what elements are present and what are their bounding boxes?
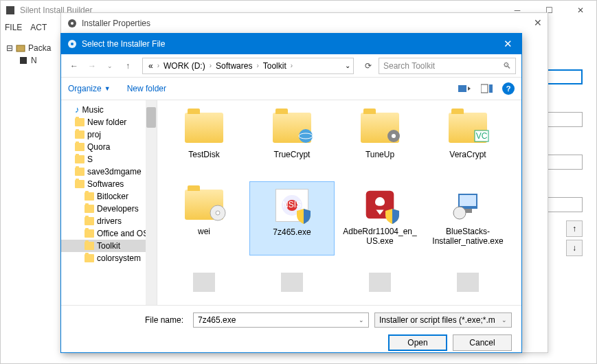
scrollbar[interactable] (146, 100, 157, 305)
search-input[interactable]: Search Toolkit 🔍︎ (379, 58, 516, 74)
svg-text:NSIS: NSIS (282, 200, 302, 209)
sidebar-item-toolkit[interactable]: Toolkit (61, 240, 157, 252)
breadcrumb[interactable]: « › WORK (D:) › Softwares › Toolkit › ⌄ (142, 58, 354, 74)
scroll-thumb[interactable] (146, 107, 156, 128)
exe-icon (363, 265, 396, 298)
sidebar-item-label: drivers (97, 216, 122, 226)
sidebar-item-music[interactable]: ♪Music (61, 103, 157, 116)
file-item[interactable] (249, 258, 335, 305)
sidebar-item-drivers[interactable]: drivers (61, 215, 157, 227)
breadcrumb-seg[interactable]: WORK (D:) (161, 61, 208, 71)
folder-icon (75, 118, 85, 126)
dialog-close-button[interactable]: ✕ (498, 36, 517, 52)
move-down-button[interactable]: ↓ (566, 240, 583, 256)
sidebar-item-proj[interactable]: proj (61, 128, 157, 141)
sidebar-item-label: proj (87, 130, 101, 139)
sidebar-item-label: save3dmgame (87, 167, 142, 177)
file-item[interactable] (425, 258, 510, 305)
file-list[interactable]: TestDiskTrueCryptTuneUpVCVeraCryptweiNSI… (157, 100, 521, 305)
sidebar-item-s[interactable]: S (61, 153, 157, 166)
chevron-right-icon: › (157, 62, 159, 69)
file-type-filter[interactable]: Installer or script files (*.exe;*.m ⌄ (374, 312, 512, 328)
gear-icon (67, 18, 78, 29)
sidebar-item-softwares[interactable]: Softwares (61, 178, 157, 190)
dialog-titlebar: Select the Installer File ✕ (61, 34, 521, 54)
up-button[interactable]: ↑ (120, 58, 135, 73)
sidebar-item-label: Toolkit (97, 241, 120, 251)
organize-menu[interactable]: Organize ▼ (68, 84, 111, 93)
file-item[interactable]: AdbeRdr11004_en_US.exe (337, 181, 423, 255)
file-item[interactable] (161, 258, 247, 305)
file-label: VeraCrypt (449, 150, 486, 159)
folder-icon (361, 113, 399, 143)
sidebar-item-colorsystem[interactable]: colorsystem (61, 252, 157, 264)
menu-actions[interactable]: ACT (30, 23, 47, 32)
file-item[interactable]: VCVeraCrypt (425, 104, 510, 179)
file-item[interactable]: wei (161, 181, 247, 255)
sidebar-item-developers[interactable]: Developers (61, 203, 157, 215)
sidebar-item-label: Bitlocker (97, 192, 128, 201)
gear-icon (67, 38, 78, 49)
recent-dropdown[interactable]: ⌄ (102, 58, 117, 73)
file-item[interactable]: TuneUp (337, 104, 423, 179)
props-close-icon[interactable]: ✕ (534, 17, 542, 28)
view-mode-button[interactable] (458, 82, 472, 95)
props-titlebar: Installer Properties ✕ (61, 13, 548, 34)
exe-icon (451, 265, 484, 298)
exe-icon (275, 265, 308, 298)
sidebar-item-save3dmgame[interactable]: save3dmgame (61, 166, 157, 178)
sidebar-item-bitlocker[interactable]: Bitlocker (61, 190, 157, 203)
sidebar-item-new-folder[interactable]: New folder (61, 116, 157, 128)
folder-icon: VC (449, 113, 487, 143)
close-button[interactable]: ✕ (565, 1, 596, 20)
file-item[interactable]: TrueCrypt (249, 104, 335, 179)
sidebar-item-label: S (87, 155, 93, 164)
back-button[interactable]: ← (67, 58, 82, 73)
bluestacks-icon (451, 188, 484, 221)
svg-rect-0 (6, 6, 14, 14)
file-label: TuneUp (365, 150, 394, 159)
preview-pane-button[interactable] (480, 82, 494, 95)
cancel-button[interactable]: Cancel (453, 334, 512, 351)
new-folder-button[interactable]: New folder (127, 84, 166, 93)
folder-icon (185, 113, 223, 143)
breadcrumb-seg[interactable]: Toolkit (260, 61, 289, 71)
props-title: Installer Properties (82, 19, 150, 28)
file-item[interactable]: BlueStacks-Installer_native.exe (425, 181, 510, 255)
music-icon: ♪ (75, 104, 80, 115)
sidebar-item-label: Quora (87, 142, 110, 152)
chevron-down-icon[interactable]: ⌄ (359, 317, 364, 323)
svg-rect-26 (193, 273, 215, 292)
file-item[interactable] (337, 258, 423, 305)
tree-package[interactable]: ⊟Packa (6, 42, 61, 54)
help-button[interactable]: ? (502, 82, 515, 95)
forward-button[interactable]: → (85, 58, 100, 73)
breadcrumb-seg[interactable]: Softwares (213, 61, 255, 71)
filename-input[interactable]: 7z465.exe ⌄ (193, 312, 369, 328)
adobe-icon (363, 188, 396, 221)
file-item[interactable]: TestDisk (161, 104, 247, 179)
svg-point-10 (299, 129, 313, 143)
open-button[interactable]: Open (388, 334, 447, 351)
file-item[interactable]: NSIS7z465.exe (249, 181, 335, 255)
package-tree: ⊟Packa N (6, 42, 61, 67)
tree-item[interactable]: N (6, 54, 61, 67)
svg-point-6 (71, 43, 74, 45)
svg-text:VC: VC (476, 131, 488, 141)
menu-file[interactable]: FILE (5, 23, 22, 32)
sidebar-item-label: Softwares (87, 179, 124, 189)
breadcrumb-dropdown[interactable]: ⌄ (345, 62, 350, 69)
refresh-button[interactable]: ⟳ (361, 58, 376, 73)
sidebar-item-label: Developers (97, 204, 139, 214)
move-up-button[interactable]: ↑ (566, 220, 583, 237)
folder-icon (75, 143, 85, 151)
sidebar-item-quora[interactable]: Quora (61, 141, 157, 153)
sidebar-item-label: Music (82, 105, 104, 115)
svg-rect-27 (281, 273, 303, 292)
breadcrumb-drive-icon[interactable]: « (146, 61, 156, 71)
sidebar-item-office-and-os[interactable]: Office and OS (61, 227, 157, 240)
folder-icon (185, 190, 223, 220)
chevron-right-icon: › (210, 62, 212, 69)
svg-rect-8 (481, 84, 488, 93)
folder-tree-sidebar[interactable]: ♪MusicNew folderprojQuoraSsave3dmgameSof… (61, 100, 157, 305)
